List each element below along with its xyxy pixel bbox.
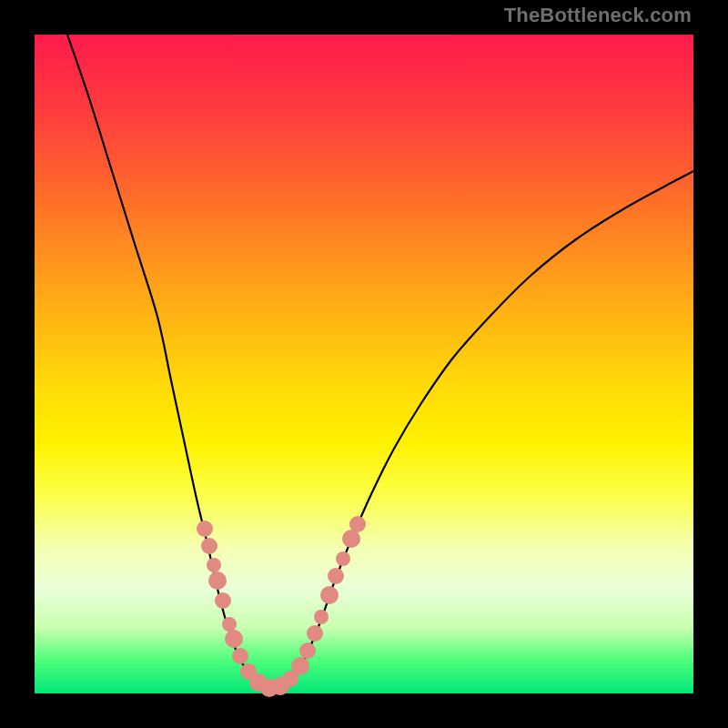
- bead-group: [197, 516, 366, 697]
- data-bead: [208, 571, 227, 590]
- data-bead: [201, 538, 217, 554]
- chart-frame: TheBottleneck.com: [0, 0, 728, 728]
- data-bead: [328, 568, 344, 584]
- data-bead: [320, 586, 339, 604]
- data-bead: [232, 648, 248, 664]
- data-bead: [299, 642, 316, 659]
- data-bead: [349, 516, 366, 532]
- left-curve: [67, 35, 269, 688]
- data-bead: [215, 592, 231, 609]
- data-bead: [222, 617, 237, 632]
- watermark-text: TheBottleneck.com: [504, 5, 692, 25]
- data-bead: [314, 610, 329, 624]
- data-bead: [207, 558, 221, 572]
- data-bead: [225, 630, 243, 648]
- plot-area: [35, 35, 693, 693]
- right-curve: [269, 171, 693, 688]
- data-bead: [336, 551, 350, 566]
- data-bead: [307, 625, 323, 642]
- curve-layer: [35, 35, 693, 693]
- data-bead: [197, 521, 213, 537]
- data-bead: [291, 657, 309, 675]
